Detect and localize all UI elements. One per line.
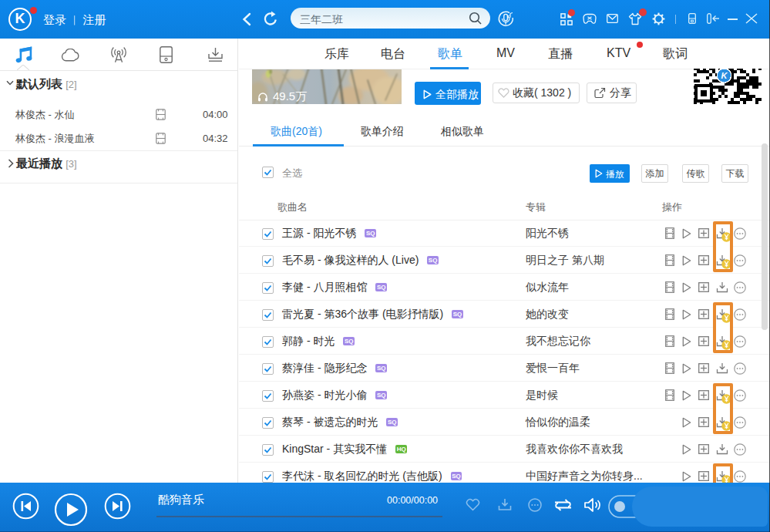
svg-text:K: K bbox=[721, 71, 728, 80]
